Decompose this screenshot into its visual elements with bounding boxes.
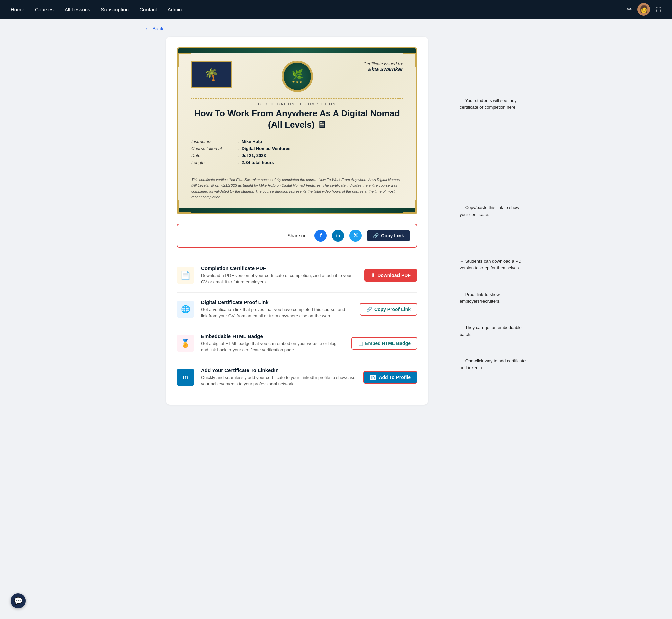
annotation-badge: ← They can get an embeddable batch. [460, 324, 527, 338]
cert-issued: Certificate issued to: Ekta Swarnkar [363, 61, 403, 72]
cert-top-bar [178, 48, 416, 53]
proof-btn-wrap: 🔗 Copy Proof Link [360, 303, 417, 316]
cert-title-label: CERTIFICATION OF COMPLETION [191, 102, 403, 106]
twitter-share-button[interactable]: 𝕏 [349, 230, 362, 242]
customize-icon[interactable]: ✏ [627, 6, 632, 13]
cert-issued-label: Certificate issued to: [363, 61, 403, 66]
annotation-pdf: ← Students can download a PDF version to… [460, 258, 527, 271]
proof-desc: Get a verification link that proves that… [201, 306, 353, 319]
nav-subscription[interactable]: Subscription [101, 7, 129, 12]
cert-header: 🌴 🌿 ★★★ Certificate issued to: Ekta Swar… [191, 61, 403, 91]
pdf-title: Completion Certificate PDF [201, 265, 358, 271]
badge-icon-wrap: 🏅 [177, 335, 194, 352]
linkedin-icon: in [336, 233, 340, 238]
certificate: 🌴 🌿 ★★★ Certificate issued to: Ekta Swar… [177, 47, 417, 214]
add-to-profile-label: Add To Profile [379, 375, 411, 380]
twitter-icon: 𝕏 [353, 232, 358, 239]
proof-title: Digital Certificate Proof Link [201, 299, 353, 305]
download-icon: ⬇ [371, 273, 375, 278]
navbar: Home Courses All Lessons Subscription Co… [0, 0, 672, 19]
cert-detail-instructors: Instructors : Mike Holp [191, 139, 403, 144]
copy-link-label: Copy Link [381, 233, 404, 238]
pdf-desc: Download a PDF version of your certifica… [201, 272, 358, 285]
logout-icon[interactable]: ⬚ [656, 6, 661, 13]
back-link[interactable]: ← Back [145, 26, 163, 31]
pdf-icon: 📄 [180, 271, 191, 280]
nav-right: ✏ 👩 ⬚ [627, 3, 661, 16]
embed-icon: ⬚ [358, 341, 363, 346]
proof-icon: 🌐 [181, 305, 190, 314]
cert-details: Instructors : Mike Holp Course taken at … [191, 139, 403, 165]
proof-icon-wrap: 🌐 [177, 301, 194, 318]
link-icon: 🔗 [373, 233, 379, 238]
share-label: Share on: [288, 233, 308, 238]
feature-proof-text: Digital Certificate Proof Link Get a ver… [201, 299, 353, 319]
annotation-pdf-arrow: ← [460, 259, 464, 264]
nav-courses[interactable]: Courses [35, 7, 54, 12]
annotation-copy: ← Copy/paste this link to show your cert… [460, 204, 527, 218]
facebook-share-button[interactable]: f [314, 230, 327, 242]
linkedin-title: Add Your Certificate To LinkedIn [201, 367, 356, 373]
download-pdf-label: Download PDF [377, 273, 411, 278]
back-label: Back [152, 26, 163, 31]
cert-logo: 🌴 [191, 61, 232, 88]
nav-links: Home Courses All Lessons Subscription Co… [11, 7, 627, 12]
annotation-cert: ← Your students will see they certificat… [460, 97, 527, 110]
badge-icon: 🏅 [180, 339, 191, 348]
feature-proof: 🌐 Digital Certificate Proof Link Get a v… [177, 293, 417, 326]
nav-home[interactable]: Home [11, 7, 24, 12]
avatar-face: 👩 [639, 5, 648, 14]
pdf-btn-wrap: ⬇ Download PDF [364, 269, 417, 282]
pdf-icon-wrap: 📄 [177, 267, 194, 284]
annotation-linkedin: ← One-click way to add certificate on Li… [460, 358, 527, 371]
chat-icon: 💬 [14, 597, 23, 605]
embed-badge-button[interactable]: ⬚ Embed HTML Badge [351, 337, 417, 350]
linkedin-share-button[interactable]: in [332, 230, 344, 242]
cert-detail-course: Course taken at : Digital Nomad Ventures [191, 146, 403, 151]
feature-badge-text: Embeddable HTML Badge Get a digital HTML… [201, 333, 345, 353]
annotation-linkedin-arrow: ← [460, 358, 464, 363]
cert-divider-top [191, 98, 403, 99]
annotation-badge-arrow: ← [460, 325, 464, 330]
annotation-copy-arrow: ← [460, 205, 464, 210]
cert-title: How To Work From Anywhere As A Digital N… [191, 108, 403, 131]
copy-proof-label: Copy Proof Link [374, 307, 411, 312]
cert-seal: 🌿 ★★★ [282, 61, 312, 91]
feature-pdf-text: Completion Certificate PDF Download a PD… [201, 265, 358, 285]
cert-corner-br [403, 200, 416, 213]
copy-link-button[interactable]: 🔗 Copy Link [367, 230, 410, 241]
annotations-col: ← Your students will see they certificat… [460, 37, 527, 391]
annotation-proof: ← Proof link to show employers/recruiter… [460, 291, 527, 304]
download-pdf-button[interactable]: ⬇ Download PDF [364, 269, 417, 282]
annotation-cert-arrow: ← [460, 98, 464, 103]
linkedin-btn-icon: in [370, 375, 376, 380]
nav-contact[interactable]: Contact [139, 7, 157, 12]
nav-all-lessons[interactable]: All Lessons [65, 7, 90, 12]
cert-bottom-bar [178, 208, 416, 213]
linkedin-desc: Quickly and seamlessly add your certific… [201, 374, 356, 387]
badge-desc: Get a digital HTML badge that you can em… [201, 340, 345, 353]
add-to-linkedin-button[interactable]: in Add To Profile [363, 371, 417, 384]
feature-pdf: 📄 Completion Certificate PDF Download a … [177, 259, 417, 293]
cert-corner-tr [403, 53, 416, 67]
chat-bubble[interactable]: 💬 [11, 593, 26, 608]
copy-proof-link-button[interactable]: 🔗 Copy Proof Link [360, 303, 417, 316]
annotation-proof-arrow: ← [460, 292, 464, 297]
features-section: 📄 Completion Certificate PDF Download a … [177, 259, 417, 394]
feature-linkedin-text: Add Your Certificate To LinkedIn Quickly… [201, 367, 356, 387]
linkedin-btn-wrap: in Add To Profile [363, 371, 417, 384]
cert-corner-tl [178, 53, 191, 67]
facebook-icon: f [320, 233, 322, 239]
cert-stars: ★★★ [292, 80, 303, 84]
back-arrow-icon: ← [145, 26, 150, 31]
cert-detail-date: Date : Jul 21, 2023 [191, 153, 403, 158]
main-card: 🌴 🌿 ★★★ Certificate issued to: Ekta Swar… [166, 37, 428, 405]
feature-linkedin: in Add Your Certificate To LinkedIn Quic… [177, 360, 417, 394]
badge-btn-wrap: ⬚ Embed HTML Badge [351, 337, 417, 350]
embed-badge-label: Embed HTML Badge [365, 341, 411, 346]
avatar[interactable]: 👩 [637, 3, 650, 16]
nav-admin[interactable]: Admin [168, 7, 182, 12]
linkedin-icon-wrap: in [177, 369, 194, 386]
cert-issued-name: Ekta Swarnkar [363, 66, 403, 72]
share-section: Share on: f in 𝕏 🔗 Copy Link [177, 224, 417, 248]
